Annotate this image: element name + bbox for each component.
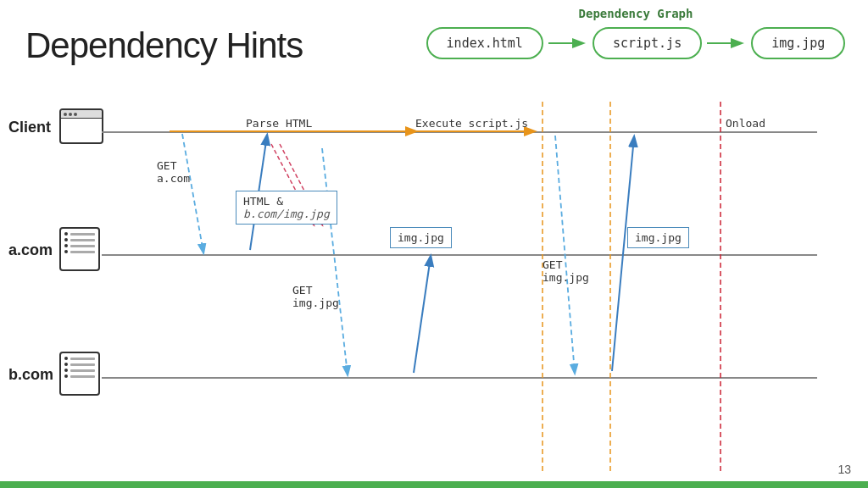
dep-node-img: img.jpg [751, 27, 845, 59]
dep-node-script: script.js [593, 27, 702, 59]
dep-node-index: index.html [426, 27, 543, 59]
actor-acom-label: a.com [8, 241, 53, 259]
label-get-acom: GET a.com [157, 159, 190, 185]
label-get-imgpjg-2: GET img.jpg [542, 258, 589, 284]
dep-arrow-2 [705, 35, 748, 52]
bottom-bar [0, 481, 868, 488]
html-response-box: HTML & b.com/img.jpg [236, 191, 337, 225]
page-title: Dependency Hints [25, 25, 303, 66]
actor-bcom-label: b.com [8, 366, 53, 384]
label-onload: Onload [726, 117, 765, 130]
dependency-graph: Dependency Graph index.html script.js [415, 7, 856, 100]
page-number: 13 [837, 463, 851, 476]
sequence-arrows [0, 102, 868, 474]
label-get-imgpjg-1: GET img.jpg [292, 284, 339, 309]
imgpjg-box-2: img.jpg [627, 227, 689, 248]
actor-bcom-icon [59, 352, 100, 396]
lifeline-acom [102, 254, 817, 256]
dep-graph-title: Dependency Graph [415, 7, 856, 20]
actor-client-icon [59, 108, 103, 144]
svg-line-7 [182, 134, 203, 252]
lifeline-bcom [102, 377, 817, 379]
actor-acom-icon [59, 227, 100, 271]
svg-line-11 [322, 148, 348, 374]
label-parse-html: Parse HTML [246, 117, 312, 130]
dep-arrow-1 [547, 35, 589, 52]
label-execute-script: Execute script.js [415, 117, 528, 130]
svg-line-12 [414, 257, 431, 373]
lifeline-client [102, 131, 817, 133]
imgpjg-box-1: img.jpg [390, 227, 452, 248]
actor-client-label: Client [8, 119, 51, 136]
sequence-diagram: Client a.com b.com [0, 102, 868, 474]
